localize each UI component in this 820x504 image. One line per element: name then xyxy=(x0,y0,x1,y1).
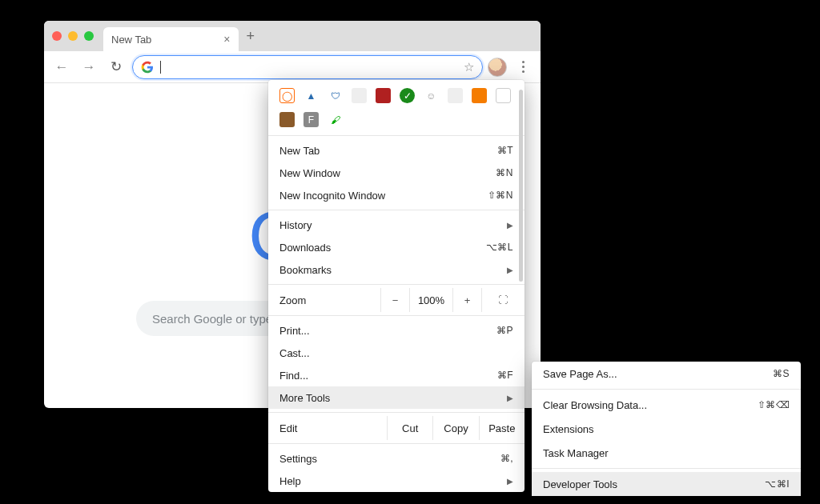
chevron-right-icon: ▶ xyxy=(507,221,513,230)
submenu-item-save-page[interactable]: Save Page As...⌘S xyxy=(532,362,801,386)
menu-item-new-incognito[interactable]: New Incognito Window⇧⌘N xyxy=(268,184,525,206)
new-tab-button[interactable]: + xyxy=(247,28,255,45)
extension-icon[interactable]: ✓ xyxy=(400,88,415,103)
text-cursor xyxy=(160,61,161,74)
toolbar: ← → ↻ ☆ xyxy=(44,51,541,83)
address-bar[interactable]: ☆ xyxy=(132,55,483,79)
chevron-right-icon: ▶ xyxy=(507,477,513,486)
maximize-window-button[interactable] xyxy=(84,31,94,41)
extensions-row: ◯ ▲ 🛡 ✓ ☺ F 🖌 xyxy=(268,80,525,132)
extension-icon[interactable]: 🖌 xyxy=(328,112,343,127)
edit-copy-button[interactable]: Copy xyxy=(432,416,478,440)
menu-item-more-tools[interactable]: More Tools▶ xyxy=(268,386,525,409)
submenu-item-developer-tools[interactable]: Developer Tools⌥⌘I xyxy=(532,472,801,496)
extension-icon[interactable] xyxy=(279,112,295,127)
submenu-item-task-manager[interactable]: Task Manager xyxy=(532,441,801,465)
menu-item-cast[interactable]: Cast... xyxy=(268,342,525,364)
chevron-right-icon: ▶ xyxy=(507,394,513,402)
chrome-menu-button[interactable] xyxy=(512,61,534,73)
close-window-button[interactable] xyxy=(52,31,62,41)
extension-icon[interactable] xyxy=(448,88,463,103)
extension-icon[interactable]: F xyxy=(303,112,319,127)
menu-item-help[interactable]: Help▶ xyxy=(268,470,525,492)
titlebar: New Tab × + xyxy=(44,21,541,51)
extension-icon[interactable] xyxy=(496,88,511,103)
edit-paste-button[interactable]: Paste xyxy=(479,416,525,440)
minimize-window-button[interactable] xyxy=(68,31,78,41)
fullscreen-button[interactable]: ⛶ xyxy=(481,288,525,312)
close-tab-button[interactable]: × xyxy=(223,33,230,46)
menu-item-new-tab[interactable]: New Tab⌘T xyxy=(268,139,525,162)
extension-icon[interactable]: ▲ xyxy=(303,88,319,103)
menu-scrollbar[interactable] xyxy=(519,90,523,282)
extension-icon[interactable] xyxy=(472,88,487,103)
zoom-out-button[interactable]: − xyxy=(380,288,409,312)
chevron-right-icon: ▶ xyxy=(507,266,513,274)
more-tools-submenu: Save Page As...⌘S Clear Browsing Data...… xyxy=(532,362,801,496)
menu-item-new-window[interactable]: New Window⌘N xyxy=(268,162,525,184)
reload-button[interactable]: ↻ xyxy=(105,56,127,78)
forward-button[interactable]: → xyxy=(78,56,100,78)
extension-icon[interactable] xyxy=(376,88,391,103)
tab-new-tab[interactable]: New Tab × xyxy=(103,27,239,51)
bookmark-star-icon[interactable]: ☆ xyxy=(464,60,474,74)
menu-item-settings[interactable]: Settings⌘, xyxy=(268,447,525,470)
extension-icon[interactable]: ◯ xyxy=(279,88,295,103)
tab-title: New Tab xyxy=(111,34,151,46)
menu-item-find[interactable]: Find...⌘F xyxy=(268,364,525,386)
zoom-in-button[interactable]: + xyxy=(452,288,481,312)
menu-item-zoom: Zoom − 100% + ⛶ xyxy=(268,288,525,312)
menu-item-history[interactable]: History▶ xyxy=(268,214,525,236)
google-g-icon xyxy=(141,61,154,74)
edit-cut-button[interactable]: Cut xyxy=(387,416,432,440)
extension-icon[interactable]: 🛡 xyxy=(328,88,343,103)
submenu-item-clear-browsing-data[interactable]: Clear Browsing Data...⇧⌘⌫ xyxy=(532,393,801,417)
submenu-item-extensions[interactable]: Extensions xyxy=(532,417,801,441)
extension-icon[interactable] xyxy=(352,88,367,103)
back-button[interactable]: ← xyxy=(50,56,73,78)
menu-item-edit: Edit Cut Copy Paste xyxy=(268,416,525,440)
menu-item-downloads[interactable]: Downloads⌥⌘L xyxy=(268,236,525,258)
profile-avatar-button[interactable] xyxy=(488,58,507,77)
menu-item-bookmarks[interactable]: Bookmarks▶ xyxy=(268,258,525,281)
zoom-level: 100% xyxy=(409,288,452,312)
window-controls xyxy=(52,31,94,41)
chrome-main-menu: ◯ ▲ 🛡 ✓ ☺ F 🖌 New Tab⌘T New Window⌘N New… xyxy=(268,80,525,492)
menu-item-print[interactable]: Print...⌘P xyxy=(268,319,525,342)
extension-icon[interactable]: ☺ xyxy=(424,88,439,103)
